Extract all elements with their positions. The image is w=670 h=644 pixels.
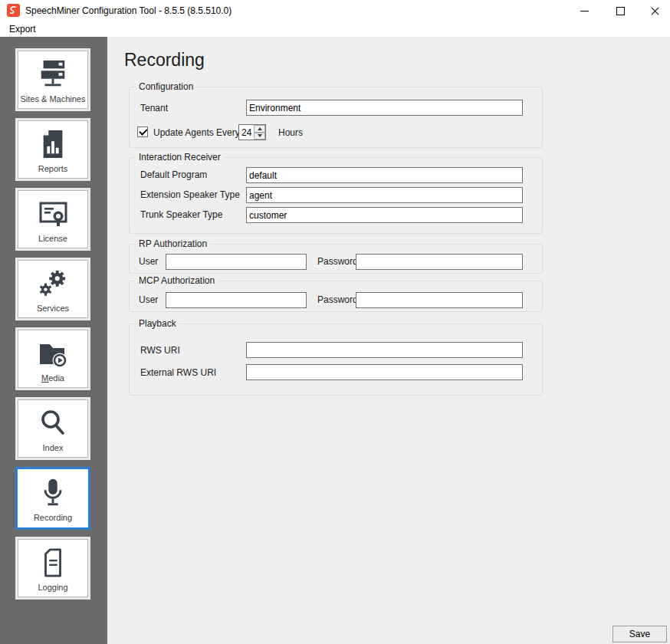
- checkbox-check-icon: [139, 127, 147, 135]
- rp-authorization-group: RP Authorization User Password: [129, 244, 543, 274]
- configuration-legend: Configuration: [136, 81, 196, 92]
- update-agents-label: Update Agents Every: [153, 127, 240, 138]
- sidebar-item-recording[interactable]: Recording: [15, 467, 90, 530]
- menu-bar: Export: [0, 21, 670, 37]
- report-chart-icon: [38, 121, 67, 164]
- sidebar-item-sites-machines[interactable]: Sites & Machines: [15, 48, 90, 111]
- trunk-speaker-type-input[interactable]: [246, 207, 523, 223]
- stepper-up-button[interactable]: [254, 125, 265, 133]
- stepper-down-button[interactable]: [254, 133, 265, 140]
- playback-legend: Playback: [136, 318, 179, 329]
- chevron-up-icon: [258, 127, 262, 130]
- minimize-icon: [580, 11, 589, 12]
- title-bar: SpeechMiner Configuration Tool - 8.5.5 (…: [0, 0, 670, 21]
- sidebar-item-media[interactable]: Media: [15, 327, 90, 390]
- rp-user-input[interactable]: [166, 254, 307, 270]
- rp-authorization-legend: RP Authorization: [136, 238, 210, 249]
- sidebar-item-reports[interactable]: Reports: [15, 118, 90, 181]
- update-agents-checkbox[interactable]: [137, 127, 148, 137]
- save-button[interactable]: Save: [613, 626, 667, 642]
- menu-export[interactable]: Export: [7, 23, 38, 35]
- sidebar-item-label: Media: [41, 373, 64, 387]
- mcp-user-input[interactable]: [166, 292, 307, 308]
- mcp-password-label: Password: [317, 294, 358, 305]
- rp-user-label: User: [139, 256, 158, 267]
- mcp-authorization-group: MCP Authorization User Password: [129, 281, 543, 312]
- configuration-group: Configuration Tenant Update Agents Every…: [129, 87, 543, 148]
- tenant-input[interactable]: [246, 100, 523, 116]
- gears-icon: [37, 261, 69, 304]
- interaction-receiver-legend: Interaction Receiver: [136, 152, 224, 163]
- close-button[interactable]: [637, 0, 670, 21]
- extension-speaker-type-label: Extension Speaker Type: [140, 189, 240, 200]
- sidebar-item-logging[interactable]: Logging: [15, 537, 90, 600]
- playback-group: Playback RWS URI External RWS URI: [129, 324, 543, 396]
- sidebar-item-label: Sites & Machines: [21, 94, 86, 108]
- license-certificate-icon: [36, 191, 70, 234]
- rws-uri-input[interactable]: [246, 342, 523, 358]
- trunk-speaker-type-label: Trunk Speaker Type: [140, 209, 222, 220]
- log-document-icon: [38, 540, 67, 583]
- sidebar-item-index[interactable]: Index: [15, 397, 90, 460]
- rp-password-label: Password: [317, 256, 358, 267]
- sidebar: Sites & Machines Reports: [0, 37, 107, 644]
- update-hours-value: 24: [241, 127, 251, 138]
- sidebar-item-label: Recording: [34, 513, 72, 527]
- tenant-label: Tenant: [140, 103, 168, 113]
- app-logo-icon: [7, 4, 20, 17]
- microphone-icon: [38, 470, 68, 513]
- external-rws-uri-input[interactable]: [246, 364, 523, 380]
- page-title: Recording: [124, 50, 205, 71]
- sidebar-item-license[interactable]: License: [15, 188, 90, 251]
- interaction-receiver-group: Interaction Receiver Default Program Ext…: [129, 157, 543, 234]
- chevron-down-icon: [258, 134, 262, 137]
- content-panel: Recording Configuration Tenant Update Ag…: [107, 37, 670, 644]
- media-folder-icon: [36, 330, 70, 373]
- hours-label: Hours: [278, 127, 303, 138]
- sidebar-item-label: License: [38, 234, 67, 248]
- window-title: SpeechMiner Configuration Tool - 8.5.5 (…: [25, 5, 232, 16]
- search-icon: [38, 400, 68, 443]
- extension-speaker-type-input[interactable]: [246, 187, 523, 203]
- default-program-input[interactable]: [246, 167, 523, 183]
- maximize-icon: [616, 7, 625, 15]
- sidebar-item-label: Reports: [38, 164, 68, 178]
- mcp-user-label: User: [139, 294, 158, 305]
- sidebar-item-services[interactable]: Services: [15, 258, 90, 320]
- sidebar-item-label: Services: [37, 304, 69, 317]
- sidebar-item-label: Index: [43, 443, 64, 457]
- rp-password-input[interactable]: [356, 254, 523, 270]
- mcp-authorization-legend: MCP Authorization: [136, 275, 218, 286]
- update-hours-stepper[interactable]: 24: [238, 124, 266, 140]
- rws-uri-label: RWS URI: [140, 345, 180, 356]
- sidebar-item-label: Logging: [38, 583, 67, 596]
- close-icon: [650, 6, 660, 16]
- external-rws-uri-label: External RWS URI: [140, 367, 216, 378]
- mcp-password-input[interactable]: [356, 292, 523, 308]
- maximize-button[interactable]: [603, 0, 638, 21]
- servers-icon: [35, 51, 71, 94]
- minimize-button[interactable]: [567, 0, 602, 21]
- default-program-label: Default Program: [140, 169, 207, 180]
